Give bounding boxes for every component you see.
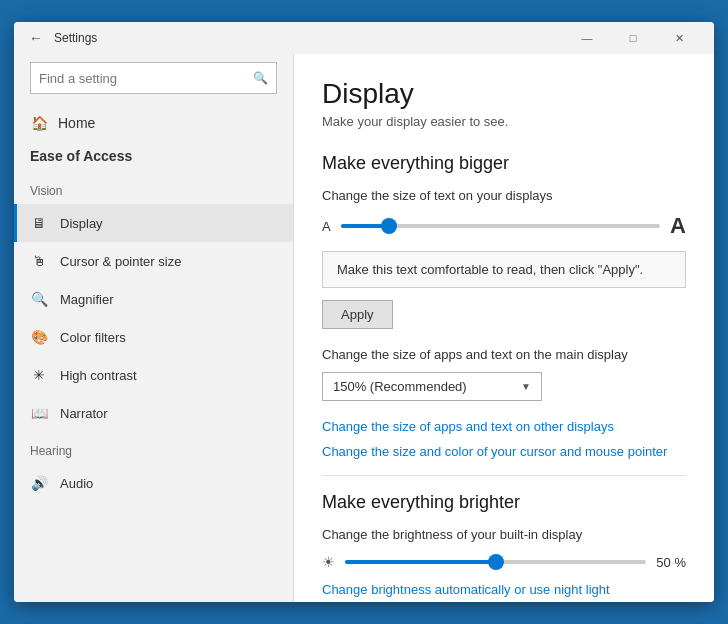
sidebar-item-cursor[interactable]: 🖱 Cursor & pointer size [14, 242, 293, 280]
sidebar-item-narrator-label: Narrator [60, 406, 108, 421]
sidebar-item-display-label: Display [60, 216, 103, 231]
sidebar-item-home[interactable]: 🏠 Home [14, 106, 293, 140]
other-displays-link[interactable]: Change the size of apps and text on othe… [322, 419, 686, 434]
sidebar-item-audio-label: Audio [60, 476, 93, 491]
app-size-label: Change the size of apps and text on the … [322, 347, 686, 362]
text-size-large-label: A [670, 213, 686, 239]
window-title: Settings [54, 31, 564, 45]
titlebar: ← Settings — □ ✕ [14, 22, 714, 54]
scale-dropdown-value: 150% (Recommended) [333, 379, 467, 394]
brightness-track [345, 560, 646, 564]
text-size-slider-row: A A [322, 213, 686, 239]
hearing-label: Hearing [14, 432, 293, 464]
search-icon: 🔍 [253, 71, 268, 85]
cursor-icon: 🖱 [30, 252, 48, 270]
brightness-thumb[interactable] [488, 554, 504, 570]
minimize-button[interactable]: — [564, 22, 610, 54]
color-filters-icon: 🎨 [30, 328, 48, 346]
maximize-button[interactable]: □ [610, 22, 656, 54]
page-subtitle: Make your display easier to see. [322, 114, 686, 129]
sidebar-item-color-filters-label: Color filters [60, 330, 126, 345]
scale-dropdown[interactable]: 150% (Recommended) ▼ [322, 372, 542, 401]
brightness-fill [345, 560, 496, 564]
vision-label: Vision [14, 172, 293, 204]
sidebar-item-magnifier[interactable]: 🔍 Magnifier [14, 280, 293, 318]
brightness-label: Change the brightness of your built-in d… [322, 527, 686, 542]
search-input[interactable] [39, 71, 253, 86]
back-button[interactable]: ← [26, 28, 46, 48]
sidebar-home-label: Home [58, 115, 95, 131]
sidebar: 🔍 🏠 Home Ease of Access Vision 🖥 Display… [14, 54, 294, 602]
window-controls: — □ ✕ [564, 22, 702, 54]
sidebar-item-color-filters[interactable]: 🎨 Color filters [14, 318, 293, 356]
audio-icon: 🔊 [30, 474, 48, 492]
brightness-value: 50 % [656, 555, 686, 570]
section2-title: Make everything brighter [322, 492, 686, 513]
ease-of-access-label: Ease of Access [14, 140, 293, 172]
magnifier-icon: 🔍 [30, 290, 48, 308]
window-content: 🔍 🏠 Home Ease of Access Vision 🖥 Display… [14, 54, 714, 602]
page-title: Display [322, 78, 686, 110]
sidebar-item-high-contrast-label: High contrast [60, 368, 137, 383]
section-divider [322, 475, 686, 476]
narrator-icon: 📖 [30, 404, 48, 422]
sidebar-item-cursor-label: Cursor & pointer size [60, 254, 181, 269]
section1-title: Make everything bigger [322, 153, 686, 174]
high-contrast-icon: ✳ [30, 366, 48, 384]
sun-small-icon: ☀ [322, 554, 335, 570]
sidebar-item-magnifier-label: Magnifier [60, 292, 113, 307]
display-icon: 🖥 [30, 214, 48, 232]
sidebar-item-narrator[interactable]: 📖 Narrator [14, 394, 293, 432]
home-icon: 🏠 [30, 114, 48, 132]
close-button[interactable]: ✕ [656, 22, 702, 54]
brightness-slider-row: ☀ 50 % [322, 552, 686, 572]
text-preview-box: Make this text comfortable to read, then… [322, 251, 686, 288]
apply-button[interactable]: Apply [322, 300, 393, 329]
night-light-link[interactable]: Change brightness automatically or use n… [322, 582, 686, 597]
settings-window: ← Settings — □ ✕ 🔍 🏠 Home Ease of Access… [14, 22, 714, 602]
main-content: Display Make your display easier to see.… [294, 54, 714, 602]
text-size-small-label: A [322, 219, 331, 234]
text-size-label: Change the size of text on your displays [322, 188, 686, 203]
slider-track [341, 224, 660, 228]
search-box[interactable]: 🔍 [30, 62, 277, 94]
sidebar-item-audio[interactable]: 🔊 Audio [14, 464, 293, 502]
brightness-slider[interactable] [345, 552, 646, 572]
sidebar-item-display[interactable]: 🖥 Display [14, 204, 293, 242]
sidebar-item-high-contrast[interactable]: ✳ High contrast [14, 356, 293, 394]
chevron-down-icon: ▼ [521, 381, 531, 392]
cursor-link[interactable]: Change the size and color of your cursor… [322, 444, 686, 459]
text-size-slider[interactable] [341, 216, 660, 236]
slider-thumb[interactable] [381, 218, 397, 234]
